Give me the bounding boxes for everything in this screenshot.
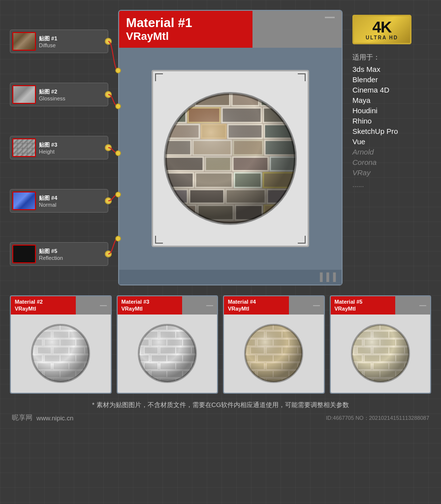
svg-rect-236 [305,355,306,362]
main-container: 贴图 #1 Diffuse 贴图 #2 Glossiness 贴图 #3 [0,0,441,504]
compat-item-active: Cinema 4D [352,86,398,94]
compat-list: 3ds MaxBlenderCinema 4DMayaHoudiniRhinoS… [352,65,398,179]
svg-rect-132 [191,331,199,338]
svg-rect-66 [92,339,93,346]
svg-rect-160 [198,355,199,362]
compat-item-active: 3ds Max [352,65,398,73]
svg-rect-218 [305,339,306,346]
compat-item-active: Rhino [352,117,398,125]
watermark-site: www.nipic.cn [36,414,73,422]
node-normal[interactable]: 贴图 #4 Normal [10,189,108,213]
svg-rect-44 [29,323,42,330]
node-num-1: 贴图 #1 [39,35,57,42]
svg-rect-254 [305,371,306,378]
compat-item-active: Blender [352,75,398,84]
material-title: Material #1 [126,16,335,30]
node-thumbnail-glossiness [12,85,36,104]
svg-rect-182 [135,378,140,385]
mini-card-1[interactable]: Material #2VRayMtl [10,295,112,394]
node-name-5: Reflection [39,255,63,261]
node-height[interactable]: 贴图 #3 Height [10,136,108,159]
node-thumbnail-normal [12,191,36,210]
svg-rect-52 [29,331,33,338]
footer-info: 昵享网 www.nipic.cn ID:4667705 NO：202102141… [10,413,431,422]
svg-rect-275 [396,323,410,330]
node-num-3: 贴图 #3 [39,141,57,149]
svg-rect-47 [76,323,90,330]
info-panel: 4K ULTRA HD 适用于： 3ds MaxBlenderCinema 4D… [352,10,431,285]
node-diffuse[interactable]: 贴图 #1 Diffuse [10,30,108,53]
corner-br [298,236,306,244]
mini-card-3[interactable]: Material #4VRayMtl [223,295,325,394]
node-connector-1 [105,38,112,45]
svg-rect-110 [85,378,93,385]
node-label-reflection: 贴图 #5 Reflection [39,248,63,261]
mini-card-body-2 [118,315,218,393]
svg-rect-200 [305,323,306,330]
main-sphere [159,87,302,230]
mini-sphere-3 [242,321,306,385]
svg-rect-128 [135,331,140,338]
4k-label: 4K [373,19,392,35]
mini-dash-2 [206,305,213,306]
node-num-5: 贴图 #5 [39,248,63,255]
mini-card-title-4: Material #5VRayMtl [335,298,363,313]
mini-card-header-4: Material #5VRayMtl [331,296,431,315]
svg-rect-208 [298,331,306,338]
svg-rect-123 [183,323,196,330]
svg-rect-196 [242,323,255,330]
svg-rect-204 [242,331,247,338]
node-glossiness[interactable]: 贴图 #2 Glossiness [10,83,108,106]
mini-card-header-1: Material #2VRayMtl [11,296,111,315]
svg-rect-240 [242,363,247,370]
mini-dash-1 [100,305,107,306]
nodes-panel: 贴图 #1 Diffuse 贴图 #2 Glossiness 贴图 #3 [10,10,108,285]
svg-rect-262 [298,378,306,385]
node-label-height: 贴图 #3 Height [39,141,57,155]
mini-card-body-3 [224,315,324,393]
footer-note: * 素材为贴图图片，不含材质文件，需要在CG软件内相应通道使用，可能需要调整相关… [10,401,431,410]
compat-item-inactive: Corona [352,158,398,166]
mini-card-4[interactable]: Material #5VRayMtl [330,295,432,394]
mini-card-2[interactable]: Material #3VRayMtl [117,295,219,394]
svg-rect-294 [411,339,412,346]
corner-tl [155,73,163,81]
compat-item-inactive: Arnold [352,148,398,156]
compat-item-active: Houdini [352,106,398,115]
material-card-header: Material #1 VRayMtl [119,11,342,48]
mini-sphere-2 [135,321,199,385]
mini-sphere-1 [29,321,93,385]
watermark-logo: 昵享网 [12,413,32,422]
mini-card-header-3: Material #4VRayMtl [224,296,324,315]
node-thumbnail-reflection [12,245,36,263]
node-name-4: Normal [39,202,57,208]
svg-rect-312 [411,355,412,362]
node-connector-3 [105,144,112,151]
node-connector-4 [105,197,112,204]
mini-card-header-2: Material #3VRayMtl [118,296,218,315]
material-card-main: Material #1 VRayMtl [118,10,343,285]
compat-item-active: SketchUp Pro [352,127,398,135]
mini-card-title-1: Material #2VRayMtl [15,298,43,313]
node-connector-2 [105,91,112,98]
svg-rect-276 [411,323,412,330]
header-minimize-button[interactable] [325,17,335,18]
compat-more: ...... [352,181,364,189]
svg-rect-2 [164,92,193,106]
node-name-3: Height [39,149,57,155]
node-reflection[interactable]: 贴图 #5 Reflection [10,242,108,266]
compat-item-active: Vue [352,137,398,146]
top-section: 贴图 #1 Diffuse 贴图 #2 Glossiness 贴图 #3 [10,10,431,285]
material-subtitle: VRayMtl [126,30,335,43]
mini-card-body-4 [331,315,431,393]
mini-card-title-3: Material #4VRayMtl [228,298,256,313]
svg-rect-330 [411,371,412,378]
node-thumbnail-height [12,138,36,157]
svg-rect-142 [198,339,199,346]
svg-rect-280 [348,331,353,338]
mini-dash-4 [419,305,426,306]
4k-badge: 4K ULTRA HD [352,15,411,44]
footer-id: ID:4667705 NO：20210214151113288087 [326,414,429,422]
svg-rect-316 [348,363,353,370]
mini-dash-3 [313,305,320,306]
